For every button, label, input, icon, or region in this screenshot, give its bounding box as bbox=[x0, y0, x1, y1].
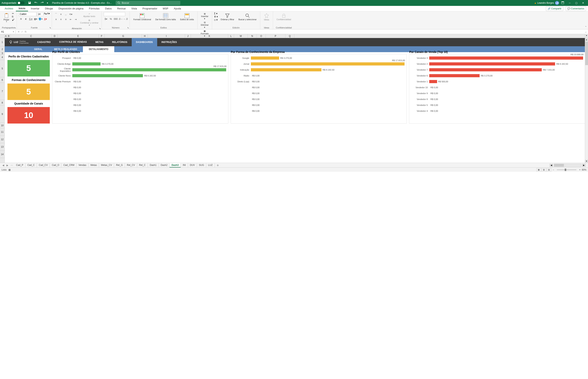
sheet-nav-prev[interactable]: ◀ bbox=[1, 164, 5, 167]
sheet-tab-Metas[interactable]: Metas bbox=[89, 163, 99, 167]
tab-archivo[interactable]: Archivo bbox=[2, 6, 16, 11]
percent-icon[interactable]: % bbox=[108, 17, 113, 21]
cut-icon[interactable]: ✂ bbox=[12, 12, 14, 15]
align-middle-icon[interactable]: ≡ bbox=[59, 12, 63, 16]
tab-datos[interactable]: Datos bbox=[102, 6, 114, 11]
col-header-O[interactable]: O bbox=[257, 34, 266, 38]
sheet-tab-Rel_G[interactable]: Rel_G bbox=[114, 163, 125, 167]
col-header-G[interactable]: G bbox=[105, 34, 142, 38]
copy-icon[interactable]: ⎘ bbox=[12, 15, 14, 18]
warning-icon[interactable]: ▲ bbox=[534, 1, 536, 4]
tab-insertar[interactable]: Insertar bbox=[28, 6, 42, 11]
indent-increase-icon[interactable]: ⇥ bbox=[74, 17, 78, 22]
sheet-tab-LUZ[interactable]: LUZ bbox=[206, 163, 215, 167]
tab-ayuda[interactable]: Ayuda bbox=[171, 6, 184, 11]
scroll-thumb[interactable] bbox=[585, 42, 588, 65]
col-header-A[interactable]: A bbox=[5, 34, 7, 38]
sheet-tab-Rel_CV[interactable]: Rel_CV bbox=[125, 163, 137, 167]
ideas-button[interactable]: Ideas bbox=[262, 12, 271, 22]
grid-content[interactable]: LUZ PlanilhasEmpresariais CADASTRO CONTR… bbox=[5, 38, 588, 163]
format-cells-button[interactable]: ▦ Formato ▾ bbox=[200, 30, 210, 38]
tab-programador[interactable]: Programador bbox=[140, 6, 160, 11]
wrap-text-button[interactable]: ⤶ Ajustar texto bbox=[79, 12, 100, 18]
vertical-scrollbar[interactable]: ▴ ▾ bbox=[585, 38, 588, 163]
share-button[interactable]: 🔗 Compartir bbox=[546, 6, 563, 11]
nav-metas[interactable]: METAS bbox=[91, 38, 108, 46]
sort-filter-button[interactable]: Ordenar y filtrar bbox=[219, 12, 236, 21]
col-header-L[interactable]: L bbox=[228, 34, 234, 38]
nav-controle[interactable]: CONTROLE DE VENDAS bbox=[55, 38, 91, 46]
col-header-D[interactable]: D bbox=[52, 34, 58, 38]
scroll-up-icon[interactable]: ▴ bbox=[585, 34, 588, 38]
redo-icon[interactable] bbox=[39, 0, 45, 6]
sheet-tab-Cad_CV[interactable]: Cad_CV bbox=[37, 163, 50, 167]
formula-bar[interactable] bbox=[29, 31, 584, 32]
borders-icon[interactable]: ▦▾ bbox=[33, 17, 38, 21]
orientation-icon[interactable]: ⟲▾ bbox=[69, 12, 73, 16]
col-header-E[interactable]: E bbox=[58, 34, 99, 38]
col-header-H[interactable]: H bbox=[142, 34, 148, 38]
macro-record-icon[interactable]: ▦ bbox=[8, 168, 11, 171]
hscroll-thumb[interactable] bbox=[554, 164, 564, 167]
clear-icon[interactable]: ◇ ▾ bbox=[214, 18, 218, 21]
sheet-nav-next[interactable]: ▶ bbox=[5, 164, 9, 167]
row-header-6[interactable]: 6 bbox=[0, 77, 4, 83]
row-header-2[interactable]: 2 bbox=[0, 46, 4, 52]
sheet-nav-more[interactable]: ⋯ bbox=[9, 164, 14, 167]
fill-icon[interactable]: ⬇ ▾ bbox=[214, 15, 218, 18]
cell-styles-button[interactable]: Estilos de celda bbox=[179, 12, 195, 21]
sheet-tab-Rel_C[interactable]: Rel_C bbox=[137, 163, 148, 167]
tab-dibujar[interactable]: Dibujar bbox=[42, 6, 56, 11]
tab-formulas[interactable]: Fórmulas bbox=[86, 6, 102, 11]
scroll-up-btn[interactable]: ▴ bbox=[585, 38, 588, 41]
undo-icon[interactable] bbox=[33, 0, 39, 6]
sheet-tab-Cad_CRM[interactable]: Cad_CRM bbox=[61, 163, 77, 167]
italic-button[interactable]: K bbox=[24, 17, 28, 21]
row-header-10[interactable]: 10 bbox=[0, 123, 4, 128]
close-icon[interactable]: ✕ bbox=[580, 1, 587, 5]
zoom-out-button[interactable]: − bbox=[553, 168, 554, 171]
view-normal-icon[interactable]: ▦ bbox=[536, 168, 541, 172]
autosave-toggle[interactable]: Autoguardado bbox=[1, 1, 25, 4]
zoom-slider[interactable] bbox=[557, 169, 576, 170]
view-pagebreak-icon[interactable]: ▤ bbox=[547, 168, 551, 172]
row-header-7[interactable]: 7 bbox=[0, 83, 4, 100]
tab-revisar[interactable]: Revisar bbox=[114, 6, 129, 11]
row-header-1[interactable]: 1 bbox=[0, 38, 4, 46]
merge-button[interactable]: ⊞ Combinar y centrar ▾ bbox=[79, 19, 100, 27]
tab-msp[interactable]: MSP bbox=[160, 6, 171, 11]
fill-color-icon[interactable]: 🪣▾ bbox=[38, 17, 43, 21]
paste-button[interactable]: Pegar▾ bbox=[2, 12, 11, 23]
autosum-icon[interactable]: Σ ▾ bbox=[214, 12, 218, 15]
delete-cells-button[interactable]: ⊟ Eliminar ▾ bbox=[200, 21, 210, 29]
sensitivity-button[interactable]: Confidencialidad bbox=[275, 12, 293, 21]
row-header-12[interactable]: 12 bbox=[0, 136, 4, 143]
col-header-B[interactable]: B bbox=[7, 34, 11, 38]
format-painter-icon[interactable]: 🖌 bbox=[12, 18, 14, 21]
align-left-icon[interactable]: ≡ bbox=[54, 17, 58, 22]
sheet-tab-Dash2[interactable]: Dash2 bbox=[159, 163, 170, 167]
insert-cells-button[interactable]: ⊞ Insertar ▾ bbox=[200, 12, 210, 20]
increase-decimal-icon[interactable]: .0→ bbox=[118, 17, 123, 21]
sheet-tab-Dash3[interactable]: Dash3 bbox=[170, 163, 181, 167]
font-size-combo[interactable] bbox=[37, 12, 44, 16]
align-bottom-icon[interactable]: ⎵ bbox=[64, 12, 68, 16]
hscroll-left[interactable]: ◀ bbox=[550, 164, 553, 167]
nav-instrucoes[interactable]: INSTRUÇÕES bbox=[157, 38, 181, 46]
row-header-9[interactable]: 9 bbox=[0, 106, 4, 123]
fx-icon[interactable]: fx bbox=[25, 30, 27, 33]
sheet-tab-Cad_P[interactable]: Cad_P bbox=[14, 163, 26, 167]
row-header-11[interactable]: 11 bbox=[0, 128, 4, 136]
col-header-N[interactable]: N bbox=[248, 34, 257, 38]
row-header-3[interactable]: 3 bbox=[0, 52, 4, 54]
number-format-combo[interactable] bbox=[104, 12, 125, 16]
scroll-down-btn[interactable]: ▾ bbox=[585, 160, 588, 163]
subnav-geral[interactable]: GERAL bbox=[28, 46, 48, 52]
qat-dropdown-icon[interactable]: ▾ bbox=[45, 1, 50, 5]
sheet-tab-Vendas[interactable]: Vendas bbox=[77, 163, 88, 167]
col-header-Q[interactable]: Q bbox=[285, 34, 294, 38]
zoom-level[interactable]: 90% bbox=[582, 168, 587, 171]
tab-inicio[interactable]: Inicio bbox=[16, 6, 28, 11]
expand-formula-bar-icon[interactable]: ⌄ bbox=[584, 30, 588, 33]
sheet-tab-Cad_O[interactable]: Cad_O bbox=[50, 163, 61, 167]
